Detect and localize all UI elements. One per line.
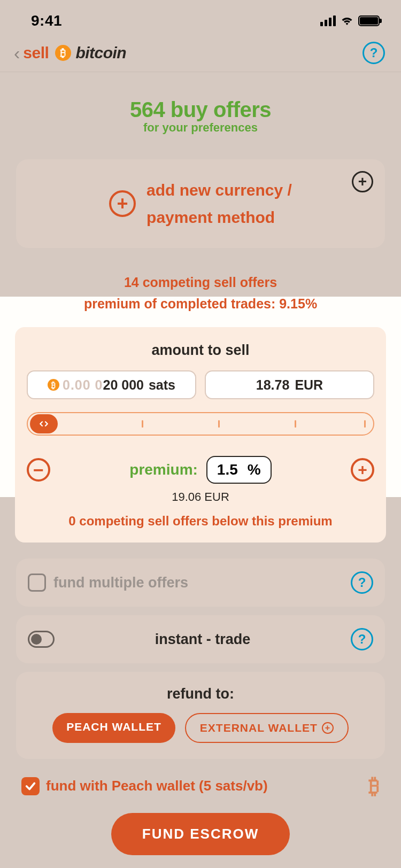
footer: fund with Peach wallet (5 sats/vb) ₿ FUN… [0, 774, 401, 855]
bitcoin-outline-icon[interactable]: ₿ [369, 774, 380, 798]
amount-slider[interactable] [27, 412, 374, 436]
amount-panel: amount to sell ₿ 0.00 020 000 sats 18.78… [15, 327, 386, 542]
refund-card: refund to: PEACH WALLET EXTERNAL WALLET … [16, 672, 385, 759]
status-icons [320, 15, 380, 26]
fund-multiple-label: fund multiple offers [53, 575, 188, 591]
add-payment-method-label: add new currency / payment method [146, 176, 292, 231]
competing-sell-offers: 14 competing sell offers [0, 272, 401, 293]
premium-decrease-button[interactable]: − [27, 458, 50, 482]
fiat-input[interactable]: 18.78EUR [205, 370, 374, 399]
fund-multiple-card: fund multiple offers ? [16, 559, 385, 607]
app-header: ‹ sell ₿ bitcoin ? [0, 32, 401, 72]
fund-with-peach-checkbox[interactable] [21, 777, 40, 795]
back-button[interactable]: ‹ [14, 43, 20, 64]
fund-escrow-button[interactable]: FUND ESCROW [111, 813, 290, 855]
offers-summary: 564 buy offers for your preferences [0, 72, 401, 151]
add-payment-method-card[interactable]: + add new currency / payment method + [16, 159, 385, 248]
avg-premium: premium of completed trades: 9.15% [0, 293, 401, 314]
premium-input[interactable]: 1.5 % [206, 456, 272, 484]
help-icon[interactable]: ? [363, 42, 385, 64]
buy-offers-count: 564 buy offers [0, 98, 401, 122]
status-bar: 9:41 [0, 0, 401, 32]
help-icon[interactable]: ? [351, 628, 373, 650]
plus-icon-corner[interactable]: + [352, 171, 373, 192]
status-time: 9:41 [31, 12, 62, 29]
price-with-premium: 19.06 EUR [27, 490, 374, 504]
premium-increase-button[interactable]: + [351, 458, 374, 482]
slider-thumb[interactable] [30, 414, 58, 433]
refund-title: refund to: [28, 686, 373, 702]
plus-icon-small: + [322, 722, 334, 734]
cellular-icon [320, 15, 336, 26]
amount-title: amount to sell [27, 342, 374, 359]
fund-with-peach-label: fund with Peach wallet (5 sats/vb) [46, 778, 268, 794]
instant-trade-toggle[interactable] [28, 631, 55, 648]
buy-offers-sub: for your preferences [0, 121, 401, 135]
instant-trade-card: instant - trade ? [16, 615, 385, 663]
header-brand: bitcoin [75, 44, 126, 62]
competing-below-premium: 0 competing sell offers below this premi… [27, 514, 374, 529]
market-stats: 14 competing sell offers premium of comp… [0, 272, 401, 314]
peach-wallet-button[interactable]: PEACH WALLET [52, 713, 175, 743]
bitcoin-icon: ₿ [55, 45, 71, 61]
help-icon[interactable]: ? [351, 571, 373, 594]
wifi-icon [340, 15, 354, 26]
premium-label: premium: [129, 461, 198, 478]
external-wallet-button[interactable]: EXTERNAL WALLET + [185, 713, 349, 743]
bitcoin-icon-small: ₿ [48, 379, 59, 391]
plus-icon: + [109, 190, 136, 217]
fund-multiple-checkbox[interactable] [28, 574, 46, 592]
battery-icon [358, 15, 380, 26]
header-action: sell [23, 44, 49, 62]
sats-input[interactable]: ₿ 0.00 020 000 sats [27, 370, 196, 399]
instant-trade-label: instant - trade [155, 631, 251, 647]
